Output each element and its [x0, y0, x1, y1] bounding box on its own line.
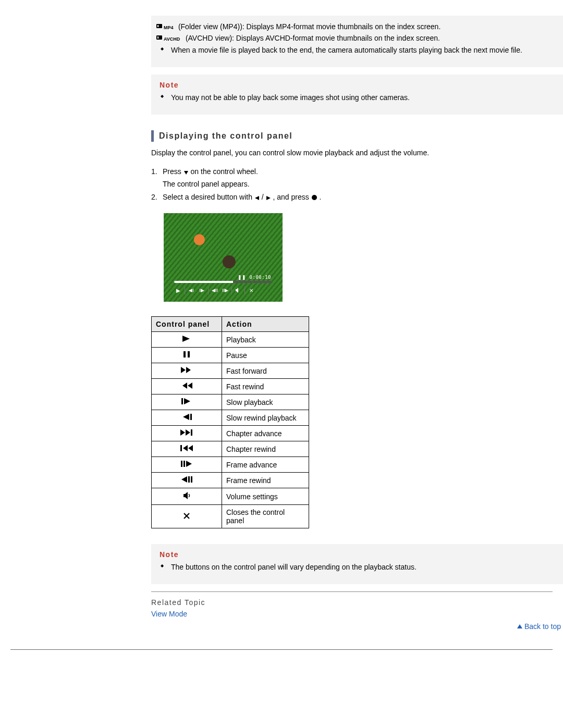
section-heading: Displaying the control panel	[151, 130, 553, 142]
close-icon	[152, 505, 222, 528]
left-arrow-icon	[254, 195, 260, 201]
table-cell: Slow rewind playback	[222, 410, 309, 426]
volume-icon	[152, 488, 222, 505]
right-arrow-icon	[266, 195, 271, 201]
svg-rect-10	[190, 414, 192, 420]
fast-forward-icon	[152, 363, 222, 379]
svg-rect-16	[191, 476, 192, 483]
center-button-icon	[311, 194, 317, 201]
table-row: Fast forward	[152, 363, 309, 379]
note-1-item: You may not be able to play back some im…	[166, 91, 558, 104]
svg-rect-9	[181, 398, 183, 404]
figure-control-bar: ▶ ◀I I▶ ◀II II▶ ✕	[174, 285, 272, 295]
svg-rect-14	[183, 461, 185, 467]
chapter-rewind-icon	[152, 441, 222, 457]
table-row: Playback	[152, 332, 309, 348]
svg-rect-1	[157, 25, 158, 27]
avchd-text: (AVCHD view): Displays AVCHD-format movi…	[186, 34, 440, 42]
figure-slow-fwd-icon: I▶	[198, 286, 206, 294]
svg-rect-11	[191, 429, 192, 436]
slow-rewind-icon	[152, 410, 222, 426]
figure-volume-icon	[234, 286, 242, 294]
avchd-icon: AVCHD	[156, 35, 183, 42]
note-label-1: Note	[156, 80, 558, 91]
svg-rect-12	[180, 445, 182, 451]
fast-rewind-icon	[152, 379, 222, 394]
table-cell: Frame rewind	[222, 473, 309, 488]
svg-rect-15	[188, 476, 190, 483]
figure-slow-rew-icon: ◀I	[187, 286, 195, 294]
steps-list: Press on the control wheel. The control …	[151, 165, 553, 204]
table-row: Slow playback	[152, 394, 309, 410]
slow-playback-icon	[152, 394, 222, 410]
control-panel-figure: ❚❚ 0:00:10 ▶ ◀I I▶ ◀II II▶ ✕	[164, 213, 283, 302]
table-row: Fast rewind	[152, 379, 309, 394]
auto-next-note: When a movie file is played back to the …	[166, 44, 558, 57]
figure-timecode: 0:00:10	[250, 275, 271, 280]
table-cell: Chapter advance	[222, 426, 309, 441]
table-row: Frame rewind	[152, 473, 309, 488]
note-2-item: The buttons on the control panel will va…	[166, 561, 558, 574]
note-box-1: Note You may not be able to play back so…	[151, 75, 563, 115]
up-triangle-icon	[517, 624, 522, 628]
svg-rect-7	[183, 351, 186, 357]
figure-frame-fwd-icon: II▶	[221, 286, 229, 294]
svg-point-6	[312, 195, 317, 200]
table-cell: Fast forward	[222, 363, 309, 379]
table-cell: Pause	[222, 348, 309, 363]
table-cell: Slow playback	[222, 394, 309, 410]
step-1-sub: The control panel appears.	[163, 177, 553, 190]
table-cell: Frame advance	[222, 457, 309, 473]
svg-rect-8	[188, 351, 190, 357]
pause-icon	[152, 348, 222, 363]
play-icon	[152, 332, 222, 348]
control-panel-table: Control panel Action Playback Pause	[151, 316, 309, 528]
step-1: Press on the control wheel. The control …	[163, 165, 553, 191]
svg-rect-13	[181, 461, 182, 467]
table-row: Chapter advance	[152, 426, 309, 441]
down-arrow-icon	[183, 170, 189, 175]
table-cell: Fast rewind	[222, 379, 309, 394]
avchd-info: AVCHD (AVCHD view): Displays AVCHD-forma…	[156, 32, 558, 44]
table-header-control-panel: Control panel	[152, 317, 222, 332]
svg-text:MP4: MP4	[164, 25, 174, 30]
table-cell: Closes the control panel	[222, 505, 309, 528]
figure-close-icon: ✕	[247, 286, 255, 294]
page-footer-rule	[10, 649, 553, 650]
table-cell: Volume settings	[222, 488, 309, 505]
table-row: Frame advance	[152, 457, 309, 473]
table-header-action: Action	[222, 317, 309, 332]
svg-rect-0	[156, 24, 162, 28]
mp4-text: (Folder view (MP4)): Displays MP4-format…	[178, 22, 440, 31]
table-cell: Chapter rewind	[222, 441, 309, 457]
intro-paragraph: Display the control panel, you can contr…	[151, 148, 553, 158]
chapter-advance-icon	[152, 426, 222, 441]
table-row: Chapter rewind	[152, 441, 309, 457]
table-cell: Playback	[222, 332, 309, 348]
table-row: Slow rewind playback	[152, 410, 309, 426]
format-info-box: MP4 (Folder view (MP4)): Displays MP4-fo…	[151, 16, 563, 67]
svg-text:AVCHD: AVCHD	[164, 36, 180, 42]
figure-frame-rew-icon: ◀II	[211, 286, 219, 294]
table-row: Volume settings	[152, 488, 309, 505]
svg-rect-3	[156, 35, 162, 40]
table-row: Pause	[152, 348, 309, 363]
note-label-2: Note	[156, 549, 558, 561]
frame-rewind-icon	[152, 473, 222, 488]
mp4-icon: MP4	[156, 24, 176, 30]
step-2: Select a desired button with / , and pre…	[163, 191, 553, 204]
table-row: Closes the control panel	[152, 505, 309, 528]
related-topic-heading: Related Topic	[151, 598, 553, 607]
separator-rule	[151, 591, 553, 592]
back-to-top-link[interactable]: Back to top	[517, 622, 561, 631]
mp4-info: MP4 (Folder view (MP4)): Displays MP4-fo…	[156, 21, 558, 32]
frame-advance-icon	[152, 457, 222, 473]
note-box-2: Note The buttons on the control panel wi…	[151, 544, 563, 584]
figure-play-icon: ▶	[174, 286, 182, 294]
view-mode-link[interactable]: View Mode	[151, 610, 187, 618]
svg-rect-4	[157, 36, 158, 39]
